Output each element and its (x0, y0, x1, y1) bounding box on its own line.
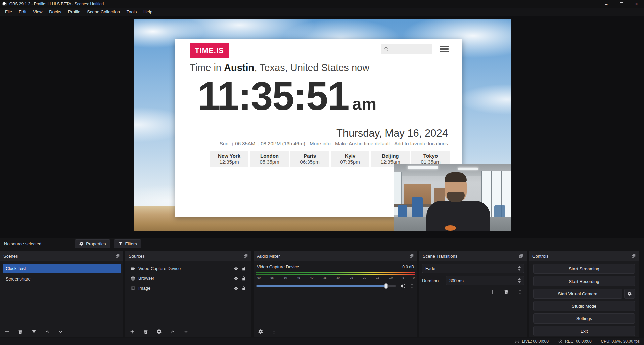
exit-button[interactable]: Exit (533, 326, 635, 336)
start-virtual-camera-button[interactable]: Start Virtual Camera (533, 289, 622, 299)
menu-file[interactable]: File (2, 8, 15, 15)
menu-edit[interactable]: Edit (15, 8, 30, 15)
minimize-button[interactable]: – (599, 0, 614, 8)
menu-profile[interactable]: Profile (64, 8, 84, 15)
menu-view[interactable]: View (30, 8, 46, 15)
visibility-eye-icon[interactable] (234, 276, 238, 281)
combo-down-arrow[interactable] (518, 269, 521, 271)
scenes-dock-header[interactable]: Scenes (0, 251, 123, 261)
audio-mixer-dock: Audio Mixer Video Capture Device 0.0 dB … (254, 251, 417, 337)
move-source-down-button[interactable] (183, 329, 189, 334)
browser-globe-icon (131, 276, 135, 281)
menu-bar: File Edit View Docks Profile Scene Colle… (0, 8, 644, 16)
scenes-toolbar (0, 326, 123, 337)
transition-select[interactable]: Fade (422, 264, 524, 273)
meter-scale: -60-55-50-45-40-35-30-25-20-15-10-50 (256, 276, 415, 279)
remove-source-button[interactable] (143, 329, 148, 334)
transition-kebab-icon[interactable] (517, 289, 523, 295)
visibility-eye-icon[interactable] (234, 286, 238, 291)
add-source-button[interactable] (130, 329, 135, 334)
scenes-dock: Scenes Clock Test Screenshare (0, 251, 123, 337)
move-source-up-button[interactable] (170, 329, 175, 334)
scene-transitions-dock: Scene Transitions Fade Duration 300 ms (419, 251, 527, 337)
virtual-camera-settings-button[interactable] (624, 289, 635, 299)
spin-up-arrow[interactable] (518, 278, 521, 280)
settings-button[interactable]: Settings (533, 313, 635, 324)
timeis-date: Thursday, May 16, 2024 (336, 127, 448, 139)
remove-transition-button[interactable] (504, 289, 509, 295)
webcam-person (426, 201, 490, 231)
advanced-audio-properties-button[interactable] (258, 329, 263, 334)
image-icon (131, 286, 135, 291)
menu-scene-collection[interactable]: Scene Collection (84, 8, 123, 15)
maximize-button[interactable] (614, 0, 629, 8)
start-streaming-button[interactable]: Start Streaming (533, 264, 635, 274)
sources-dock-header[interactable]: Sources (125, 251, 251, 261)
scene-item-screenshare[interactable]: Screenshare (3, 274, 121, 284)
source-item-video-capture[interactable]: Video Capture Device (128, 264, 249, 273)
popout-icon[interactable] (631, 254, 636, 258)
make-default-link: Make Austin time default (335, 141, 390, 146)
duration-spinbox[interactable]: 300 ms (446, 276, 524, 285)
clock-meridiem: am (352, 94, 376, 114)
source-toolbar: No source selected Properties Filters (0, 238, 644, 250)
record-status-icon (558, 339, 563, 344)
gear-icon (79, 241, 84, 246)
popout-icon[interactable] (243, 254, 248, 258)
timeis-sun-line: Sun: ↑ 06:35AM ↓ 08:20PM (13h 46m) - Mor… (220, 141, 448, 146)
close-button[interactable]: × (629, 0, 644, 8)
video-capture-icon (131, 266, 135, 271)
city-box: New York 12:35pm (210, 151, 248, 167)
spin-down-arrow[interactable] (518, 281, 521, 283)
popout-icon[interactable] (519, 254, 523, 258)
visibility-eye-icon[interactable] (234, 266, 238, 271)
move-scene-down-button[interactable] (58, 329, 63, 334)
menu-docks[interactable]: Docks (46, 8, 64, 15)
popout-icon[interactable] (409, 254, 414, 258)
sources-dock: Sources Video Capture Device Browser Ima… (125, 251, 251, 337)
transitions-dock-header[interactable]: Scene Transitions (419, 251, 527, 261)
menu-help[interactable]: Help (140, 8, 156, 15)
program-canvas[interactable]: TIME.IS Time in Austin, Texas, United St… (134, 19, 511, 231)
lock-icon[interactable] (241, 286, 246, 291)
speaker-mute-icon[interactable] (400, 283, 406, 289)
sources-toolbar (125, 326, 251, 337)
status-bar: LIVE: 00:00:00 REC: 00:00:00 CPU: 0.6%, … (0, 338, 644, 345)
move-scene-up-button[interactable] (45, 329, 50, 334)
start-recording-button[interactable]: Start Recording (533, 276, 635, 286)
source-properties-button[interactable] (156, 329, 162, 334)
add-scene-button[interactable] (4, 329, 10, 334)
combo-up-arrow[interactable] (518, 266, 521, 268)
popout-icon[interactable] (115, 254, 120, 258)
scene-filters-button[interactable] (31, 329, 37, 334)
duration-label: Duration (422, 278, 443, 283)
source-selection-status: No source selected (4, 241, 41, 246)
filter-icon (118, 241, 123, 246)
audio-mixer-dock-header[interactable]: Audio Mixer (254, 251, 417, 261)
obs-logo-icon (2, 2, 7, 6)
cpu-fps-stats: CPU: 0.6%, 30.00 fps (601, 339, 640, 344)
lock-icon[interactable] (241, 276, 246, 281)
source-item-image[interactable]: Image (128, 283, 249, 293)
add-transition-button[interactable] (490, 289, 495, 295)
remove-scene-button[interactable] (18, 329, 23, 334)
stream-status-icon (515, 339, 519, 344)
obs-window: OBS 29.1.2 - Profile: LLHLS BETA - Scene… (0, 0, 644, 345)
volume-slider[interactable] (256, 285, 396, 287)
filters-button[interactable]: Filters (114, 239, 141, 248)
mixer-menu-kebab-icon[interactable] (271, 329, 277, 334)
timeis-search-box (381, 44, 432, 54)
clock-digits: 11:35:51 (198, 72, 349, 121)
search-icon (384, 46, 389, 52)
menu-tools[interactable]: Tools (123, 8, 140, 15)
hamburger-menu-icon (440, 46, 449, 52)
mixer-kebab-icon[interactable] (409, 283, 415, 289)
studio-mode-button[interactable]: Studio Mode (533, 301, 635, 311)
controls-dock: Controls Start Streaming Start Recording… (529, 251, 639, 337)
scene-item-clock-test[interactable]: Clock Test (3, 264, 121, 273)
controls-dock-header[interactable]: Controls (529, 251, 639, 261)
properties-button[interactable]: Properties (75, 239, 110, 248)
volume-slider-handle[interactable] (384, 284, 387, 289)
source-item-browser[interactable]: Browser (128, 273, 249, 283)
lock-icon[interactable] (241, 266, 246, 271)
